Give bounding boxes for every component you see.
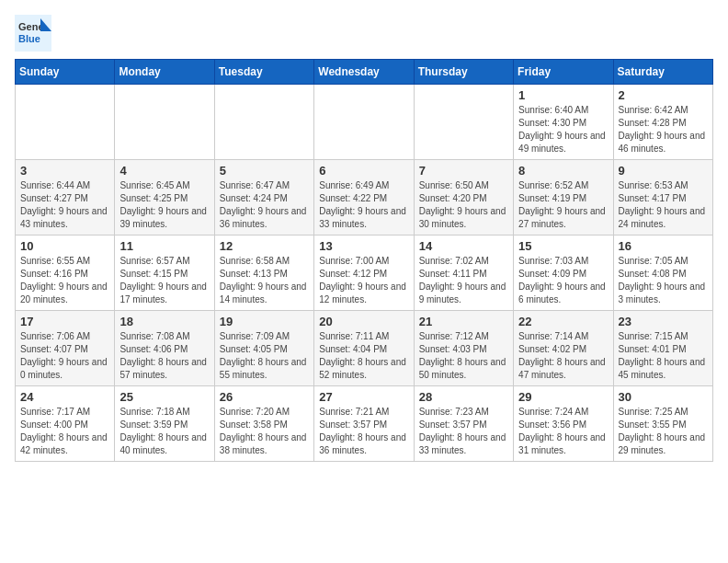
logo-svg: GeneBlue bbox=[15, 15, 51, 52]
day-number: 18 bbox=[119, 315, 209, 328]
day-info: Sunrise: 6:50 AM Sunset: 4:20 PM Dayligh… bbox=[419, 179, 508, 231]
day-info: Sunrise: 6:49 AM Sunset: 4:22 PM Dayligh… bbox=[319, 179, 408, 231]
day-info: Sunrise: 6:42 AM Sunset: 4:28 PM Dayligh… bbox=[619, 104, 708, 155]
day-header-thursday: Thursday bbox=[414, 60, 513, 85]
day-number: 20 bbox=[319, 315, 408, 328]
day-number: 24 bbox=[20, 390, 109, 404]
day-number: 13 bbox=[319, 239, 408, 253]
calendar-cell bbox=[115, 85, 214, 160]
calendar-cell: 19Sunrise: 7:09 AM Sunset: 4:05 PM Dayli… bbox=[214, 311, 313, 386]
day-number: 26 bbox=[220, 390, 309, 404]
day-number: 1 bbox=[518, 88, 608, 102]
calendar-cell: 16Sunrise: 7:05 AM Sunset: 4:08 PM Dayli… bbox=[613, 236, 712, 311]
day-header-monday: Monday bbox=[115, 60, 214, 85]
calendar-table: SundayMondayTuesdayWednesdayThursdayFrid… bbox=[15, 59, 713, 462]
day-info: Sunrise: 7:09 AM Sunset: 4:05 PM Dayligh… bbox=[220, 330, 309, 382]
day-info: Sunrise: 6:58 AM Sunset: 4:13 PM Dayligh… bbox=[220, 255, 309, 306]
calendar-cell: 3Sunrise: 6:44 AM Sunset: 4:27 PM Daylig… bbox=[16, 160, 115, 236]
day-info: Sunrise: 7:15 AM Sunset: 4:01 PM Dayligh… bbox=[619, 330, 708, 382]
day-number: 23 bbox=[619, 315, 708, 328]
day-header-saturday: Saturday bbox=[613, 60, 712, 85]
day-info: Sunrise: 6:55 AM Sunset: 4:16 PM Dayligh… bbox=[20, 255, 109, 306]
day-info: Sunrise: 7:17 AM Sunset: 4:00 PM Dayligh… bbox=[20, 406, 109, 457]
calendar-cell: 26Sunrise: 7:20 AM Sunset: 3:58 PM Dayli… bbox=[214, 386, 313, 462]
day-number: 16 bbox=[619, 239, 708, 253]
day-info: Sunrise: 7:14 AM Sunset: 4:02 PM Dayligh… bbox=[518, 330, 608, 382]
calendar-cell: 12Sunrise: 6:58 AM Sunset: 4:13 PM Dayli… bbox=[214, 236, 313, 311]
calendar-cell: 22Sunrise: 7:14 AM Sunset: 4:02 PM Dayli… bbox=[514, 311, 613, 386]
calendar-cell: 30Sunrise: 7:25 AM Sunset: 3:55 PM Dayli… bbox=[613, 386, 712, 462]
day-info: Sunrise: 7:24 AM Sunset: 3:56 PM Dayligh… bbox=[518, 406, 608, 457]
day-info: Sunrise: 7:18 AM Sunset: 3:59 PM Dayligh… bbox=[119, 406, 209, 457]
calendar-cell: 21Sunrise: 7:12 AM Sunset: 4:03 PM Dayli… bbox=[414, 311, 513, 386]
day-number: 29 bbox=[518, 390, 608, 404]
svg-text:Blue: Blue bbox=[18, 33, 40, 44]
day-number: 14 bbox=[419, 239, 508, 253]
week-row-3: 10Sunrise: 6:55 AM Sunset: 4:16 PM Dayli… bbox=[16, 236, 713, 311]
day-number: 28 bbox=[419, 390, 508, 404]
calendar-cell: 14Sunrise: 7:02 AM Sunset: 4:11 PM Dayli… bbox=[414, 236, 513, 311]
day-number: 3 bbox=[20, 164, 109, 178]
calendar-cell: 13Sunrise: 7:00 AM Sunset: 4:12 PM Dayli… bbox=[314, 236, 414, 311]
calendar-cell: 11Sunrise: 6:57 AM Sunset: 4:15 PM Dayli… bbox=[115, 236, 214, 311]
calendar-cell bbox=[414, 85, 513, 160]
day-number: 27 bbox=[319, 390, 408, 404]
calendar-cell: 2Sunrise: 6:42 AM Sunset: 4:28 PM Daylig… bbox=[613, 85, 712, 160]
day-number: 25 bbox=[119, 390, 209, 404]
day-info: Sunrise: 7:06 AM Sunset: 4:07 PM Dayligh… bbox=[20, 330, 109, 382]
day-header-sunday: Sunday bbox=[16, 60, 115, 85]
calendar-cell: 10Sunrise: 6:55 AM Sunset: 4:16 PM Dayli… bbox=[16, 236, 115, 311]
calendar-cell: 23Sunrise: 7:15 AM Sunset: 4:01 PM Dayli… bbox=[613, 311, 712, 386]
day-number: 22 bbox=[518, 315, 608, 328]
calendar-cell bbox=[214, 85, 313, 160]
day-info: Sunrise: 6:53 AM Sunset: 4:17 PM Dayligh… bbox=[619, 179, 708, 231]
week-row-1: 1Sunrise: 6:40 AM Sunset: 4:30 PM Daylig… bbox=[16, 85, 713, 160]
header-section: GeneBlue bbox=[15, 15, 713, 52]
calendar-cell: 8Sunrise: 6:52 AM Sunset: 4:19 PM Daylig… bbox=[514, 160, 613, 236]
day-number: 4 bbox=[119, 164, 209, 178]
day-info: Sunrise: 7:23 AM Sunset: 3:57 PM Dayligh… bbox=[419, 406, 508, 457]
day-number: 17 bbox=[20, 315, 109, 328]
week-row-5: 24Sunrise: 7:17 AM Sunset: 4:00 PM Dayli… bbox=[16, 386, 713, 462]
day-header-wednesday: Wednesday bbox=[314, 60, 414, 85]
day-number: 12 bbox=[220, 239, 309, 253]
calendar-cell: 15Sunrise: 7:03 AM Sunset: 4:09 PM Dayli… bbox=[514, 236, 613, 311]
day-header-friday: Friday bbox=[514, 60, 613, 85]
day-info: Sunrise: 7:11 AM Sunset: 4:04 PM Dayligh… bbox=[319, 330, 408, 382]
day-info: Sunrise: 7:20 AM Sunset: 3:58 PM Dayligh… bbox=[220, 406, 309, 457]
week-row-2: 3Sunrise: 6:44 AM Sunset: 4:27 PM Daylig… bbox=[16, 160, 713, 236]
calendar-cell: 24Sunrise: 7:17 AM Sunset: 4:00 PM Dayli… bbox=[16, 386, 115, 462]
calendar-cell: 6Sunrise: 6:49 AM Sunset: 4:22 PM Daylig… bbox=[314, 160, 414, 236]
day-number: 8 bbox=[518, 164, 608, 178]
days-header-row: SundayMondayTuesdayWednesdayThursdayFrid… bbox=[16, 60, 713, 85]
day-number: 21 bbox=[419, 315, 508, 328]
day-info: Sunrise: 6:57 AM Sunset: 4:15 PM Dayligh… bbox=[119, 255, 209, 306]
day-info: Sunrise: 7:08 AM Sunset: 4:06 PM Dayligh… bbox=[119, 330, 209, 382]
calendar-cell: 28Sunrise: 7:23 AM Sunset: 3:57 PM Dayli… bbox=[414, 386, 513, 462]
calendar-cell: 29Sunrise: 7:24 AM Sunset: 3:56 PM Dayli… bbox=[514, 386, 613, 462]
day-info: Sunrise: 7:05 AM Sunset: 4:08 PM Dayligh… bbox=[619, 255, 708, 306]
svg-text:Gene: Gene bbox=[18, 21, 44, 32]
day-number: 6 bbox=[319, 164, 408, 178]
day-info: Sunrise: 7:00 AM Sunset: 4:12 PM Dayligh… bbox=[319, 255, 408, 306]
day-header-tuesday: Tuesday bbox=[214, 60, 313, 85]
calendar-cell: 20Sunrise: 7:11 AM Sunset: 4:04 PM Dayli… bbox=[314, 311, 414, 386]
calendar-cell: 25Sunrise: 7:18 AM Sunset: 3:59 PM Dayli… bbox=[115, 386, 214, 462]
day-number: 5 bbox=[220, 164, 309, 178]
day-info: Sunrise: 7:25 AM Sunset: 3:55 PM Dayligh… bbox=[619, 406, 708, 457]
day-info: Sunrise: 6:47 AM Sunset: 4:24 PM Dayligh… bbox=[220, 179, 309, 231]
calendar-cell: 4Sunrise: 6:45 AM Sunset: 4:25 PM Daylig… bbox=[115, 160, 214, 236]
day-number: 30 bbox=[619, 390, 708, 404]
calendar-cell: 17Sunrise: 7:06 AM Sunset: 4:07 PM Dayli… bbox=[16, 311, 115, 386]
week-row-4: 17Sunrise: 7:06 AM Sunset: 4:07 PM Dayli… bbox=[16, 311, 713, 386]
calendar-cell: 27Sunrise: 7:21 AM Sunset: 3:57 PM Dayli… bbox=[314, 386, 414, 462]
calendar-cell: 7Sunrise: 6:50 AM Sunset: 4:20 PM Daylig… bbox=[414, 160, 513, 236]
day-info: Sunrise: 6:52 AM Sunset: 4:19 PM Dayligh… bbox=[518, 179, 608, 231]
calendar-cell: 9Sunrise: 6:53 AM Sunset: 4:17 PM Daylig… bbox=[613, 160, 712, 236]
day-number: 7 bbox=[419, 164, 508, 178]
logo: GeneBlue bbox=[15, 15, 51, 52]
calendar-cell bbox=[314, 85, 414, 160]
day-number: 10 bbox=[20, 239, 109, 253]
day-number: 9 bbox=[619, 164, 708, 178]
day-info: Sunrise: 6:45 AM Sunset: 4:25 PM Dayligh… bbox=[119, 179, 209, 231]
